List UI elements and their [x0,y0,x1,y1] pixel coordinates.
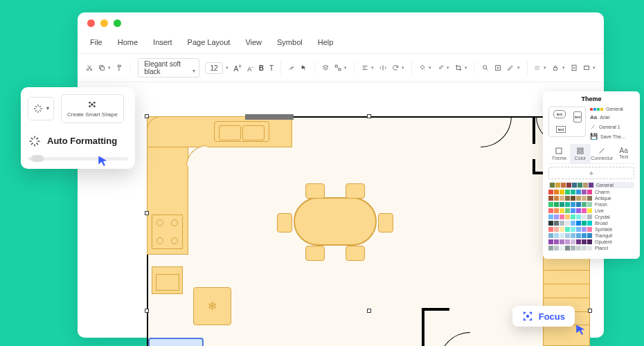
auto-format-icon-button[interactable]: ▾ [28,97,54,120]
tab-connector[interactable]: Connector [591,144,613,163]
chair[interactable] [305,246,325,261]
tab-text[interactable]: AaText [613,144,634,163]
distribute-icon[interactable] [379,63,386,73]
palette-tranquil[interactable]: Tranquil [548,233,634,238]
palette-antique[interactable]: Antique [548,196,634,201]
kitchen-sink[interactable] [214,121,269,142]
search-icon[interactable] [482,63,489,73]
svg-rect-21 [581,148,583,150]
menu-home[interactable]: Home [118,38,138,46]
sofa[interactable] [148,338,204,346]
palette-broad[interactable]: Broad [548,221,634,226]
fill-icon[interactable] [419,63,426,73]
pointer-icon[interactable] [301,63,307,73]
wall [422,308,449,311]
bold-button[interactable]: B [259,64,264,72]
focus-button[interactable]: Focus [512,306,575,327]
selection-handle[interactable] [367,114,371,118]
group-icon[interactable] [334,63,341,73]
cut-icon[interactable] [86,63,93,73]
chair[interactable] [346,246,365,261]
palette-live[interactable]: Live [548,208,634,213]
wall [533,116,535,144]
menu-help[interactable]: Help [318,38,334,46]
page-icon[interactable] [571,63,578,73]
font-select[interactable]: Elegant soft black [138,58,199,78]
menu-view[interactable]: View [245,38,262,46]
range-hood[interactable] [245,114,294,120]
selection-handle[interactable] [145,114,149,118]
connector-icon[interactable] [288,63,295,73]
maximize-window-button[interactable] [114,19,121,27]
decrease-font-icon[interactable]: A- [247,64,253,73]
door-swing[interactable] [439,332,470,346]
format-painter-icon[interactable] [116,63,123,73]
menubar: File Home Insert Page Layout View Symbol… [78,34,604,53]
eyedropper-icon[interactable] [437,63,444,73]
chair[interactable] [305,183,325,199]
selection-handle[interactable] [367,309,371,313]
theme-tabs: Theme Color Connector AaText [548,144,634,164]
menu-insert[interactable]: Insert [153,38,172,46]
create-smart-shape-button[interactable]: Create Smart Shape [61,94,124,123]
window-controls [78,12,604,34]
door-swing[interactable] [481,116,512,147]
crop-icon[interactable] [455,63,462,73]
dining-table[interactable] [294,197,377,246]
copy-icon[interactable] [98,63,105,73]
counter-curve [186,145,207,166]
layers-icon[interactable] [322,63,329,73]
selection-handle[interactable] [145,309,149,313]
line-style-icon[interactable] [534,63,541,73]
lock-icon[interactable] [552,63,559,73]
cursor-icon [575,324,587,336]
menu-symbol[interactable]: Symbol [277,38,303,46]
chair[interactable] [378,213,393,233]
refrigerator[interactable] [193,287,231,325]
paste-dropdown-icon[interactable]: ▾ [108,65,111,71]
pen-icon[interactable] [507,63,514,73]
menu-page-layout[interactable]: Page Layout [188,38,231,46]
selection-handle[interactable] [588,309,592,313]
tab-theme[interactable]: Theme [548,144,570,163]
palette-placid[interactable]: Placid [548,246,634,251]
add-palette-button[interactable]: + [548,167,634,179]
svg-rect-2 [101,66,105,70]
rotate-icon[interactable] [392,63,399,73]
sparkle-icon [33,103,44,114]
palette-general[interactable]: General [548,182,634,188]
auto-formatting-popout: ▾ Create Smart Shape Auto Formatting [21,87,135,169]
palette-crystal[interactable]: Crystal [548,215,634,219]
chair[interactable] [346,183,365,199]
palette-fresh[interactable]: Fresh [548,202,634,207]
font-size-select[interactable]: 12 [205,62,222,74]
palette-sprinkle[interactable]: Sprinkle [548,227,634,232]
selection-handle[interactable] [145,211,149,215]
palette-charm[interactable]: Charm [548,190,634,194]
theme-option-general1[interactable]: ⟋General 1 [590,123,634,130]
increase-font-icon[interactable]: A+ [234,63,242,73]
close-window-button[interactable] [87,19,95,27]
text-tool-icon[interactable]: T [269,64,274,72]
minimize-window-button[interactable] [100,19,108,27]
menu-file[interactable]: File [90,38,102,46]
align-icon[interactable] [361,63,368,73]
tab-color[interactable]: Color [570,144,591,163]
toolbar: ▾ Elegant soft black 12▾ A+ A- B T ▾ ▾ ▾… [78,53,604,82]
chair[interactable] [277,213,292,233]
cooktop[interactable] [152,215,183,249]
settings-icon[interactable] [583,63,590,73]
theme-option-general[interactable]: General [590,107,634,111]
theme-font-arial[interactable]: AaArial [590,114,634,120]
auto-format-slider[interactable] [28,155,128,162]
oven[interactable] [152,266,183,294]
palette-opulent[interactable]: Opulent [548,239,634,244]
fit-icon[interactable] [494,63,501,73]
wall [422,308,424,346]
focus-icon [522,311,533,322]
svg-point-24 [89,102,91,104]
theme-save-button[interactable]: 💾Save The... [590,133,634,140]
theme-preview[interactable]: text text text [548,107,586,137]
svg-point-26 [89,105,91,107]
svg-point-27 [93,105,96,107]
